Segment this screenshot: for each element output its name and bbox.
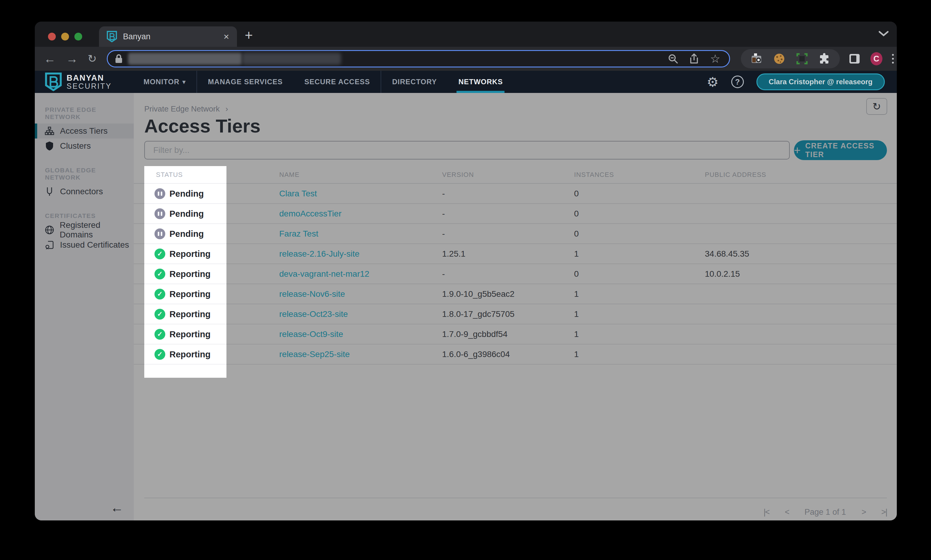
status-label: Reporting: [170, 329, 211, 339]
nav-items: MONITOR▾MANAGE SERVICESSECURE ACCESSDIRE…: [133, 71, 513, 93]
help-icon[interactable]: ?: [731, 75, 744, 88]
nav-item-monitor[interactable]: MONITOR▾: [133, 71, 196, 93]
status-reporting-check-icon: ✓: [154, 349, 165, 360]
status-row[interactable]: ✓Reporting: [144, 284, 227, 304]
close-window-button[interactable]: [48, 33, 56, 40]
status-panel-rows: PendingPendingPending✓Reporting✓Reportin…: [144, 184, 227, 365]
menu-kebab-icon[interactable]: [892, 54, 894, 63]
status-row[interactable]: ✓Reporting: [144, 304, 227, 325]
main-content: Private Edge Network › Access Tiers ↻ + …: [134, 93, 897, 520]
back-icon[interactable]: ←: [44, 53, 56, 65]
status-reporting-check-icon: ✓: [154, 309, 165, 320]
screenshot-extension-icon[interactable]: [796, 53, 808, 65]
chevron-down-icon: ▾: [182, 78, 186, 85]
app-body: PRIVATE EDGE NETWORKAccess TiersClusters…: [35, 93, 897, 520]
profile-avatar[interactable]: C: [871, 52, 882, 65]
gear-icon[interactable]: ⚙: [707, 74, 718, 90]
brand-line1: BANYAN: [66, 74, 112, 82]
close-tab-icon[interactable]: ×: [224, 31, 229, 42]
banyan-shield-icon: [45, 72, 62, 91]
status-label: Pending: [170, 189, 203, 198]
status-label: Reporting: [170, 309, 211, 319]
status-label: Pending: [170, 229, 203, 238]
status-row[interactable]: ✓Reporting: [144, 244, 227, 264]
status-label: Reporting: [170, 349, 211, 359]
dim-overlay: [134, 93, 897, 520]
share-icon[interactable]: [689, 53, 698, 64]
user-org-button[interactable]: Clara Cristopher @ releaseorg: [757, 74, 885, 90]
cookie-extension-icon[interactable]: [773, 53, 785, 65]
lock-icon: [115, 54, 123, 63]
status-row[interactable]: Pending: [144, 204, 227, 224]
status-pending-pause-icon: [154, 208, 165, 219]
status-pending-pause-icon: [154, 188, 165, 199]
desktop: Banyan × + ← → ↻: [0, 0, 931, 560]
status-row[interactable]: ✓Reporting: [144, 345, 227, 365]
new-tab-button[interactable]: +: [245, 27, 253, 43]
status-label: Reporting: [170, 249, 211, 259]
tab-strip: Banyan × +: [35, 22, 897, 47]
reload-icon[interactable]: ↻: [88, 53, 97, 64]
tab-strip-chevron-icon[interactable]: [878, 31, 889, 37]
status-pending-pause-icon: [154, 228, 165, 239]
app-nav-bar: BANYAN SECURITY MONITOR▾MANAGE SERVICESS…: [35, 71, 897, 93]
address-bar[interactable]: ☆: [107, 50, 730, 68]
nav-item-networks[interactable]: NETWORKS: [447, 71, 513, 93]
extensions-puzzle-icon[interactable]: [819, 53, 830, 65]
browser-window: Banyan × + ← → ↻: [35, 22, 897, 520]
status-label: Reporting: [170, 289, 211, 299]
banyan-logo[interactable]: BANYAN SECURITY: [45, 72, 112, 91]
status-row[interactable]: Pending: [144, 184, 227, 204]
status-panel-header[interactable]: STATUS: [144, 166, 227, 184]
maximize-window-button[interactable]: [74, 33, 82, 40]
browser-tab[interactable]: Banyan ×: [99, 26, 237, 47]
tab-title: Banyan: [123, 32, 224, 42]
forward-icon[interactable]: →: [66, 53, 78, 65]
redacted-url-blur: [128, 53, 242, 65]
status-reporting-check-icon: ✓: [154, 289, 165, 300]
minimize-window-button[interactable]: [61, 33, 69, 40]
bookmark-star-icon[interactable]: ☆: [710, 52, 720, 65]
nav-item-manage-services[interactable]: MANAGE SERVICES: [197, 71, 293, 93]
status-reporting-check-icon: ✓: [154, 269, 165, 279]
side-panel-icon[interactable]: [849, 54, 859, 63]
status-label: Pending: [170, 209, 203, 218]
browser-toolbar: ← → ↻ ☆: [35, 47, 897, 71]
redacted-url-blur: [242, 53, 341, 65]
tab-favicon-banyan-shield-icon: [107, 31, 117, 42]
status-label: Reporting: [170, 269, 211, 279]
status-panel-header-label: STATUS: [156, 171, 183, 178]
camera-extension-icon[interactable]: [751, 53, 763, 65]
zoom-out-icon[interactable]: [668, 54, 678, 64]
nav-item-secure-access[interactable]: SECURE ACCESS: [294, 71, 381, 93]
brand-line2: SECURITY: [66, 82, 112, 90]
status-column-spotlight-panel: STATUS PendingPendingPending✓Reporting✓R…: [144, 166, 227, 378]
status-reporting-check-icon: ✓: [154, 249, 165, 259]
nav-item-directory[interactable]: DIRECTORY: [381, 71, 447, 93]
sidebar-dim-overlay: [35, 93, 134, 520]
extensions-group: [741, 49, 840, 68]
status-row[interactable]: ✓Reporting: [144, 325, 227, 345]
status-row[interactable]: ✓Reporting: [144, 264, 227, 284]
status-row[interactable]: Pending: [144, 224, 227, 244]
status-reporting-check-icon: ✓: [154, 329, 165, 340]
